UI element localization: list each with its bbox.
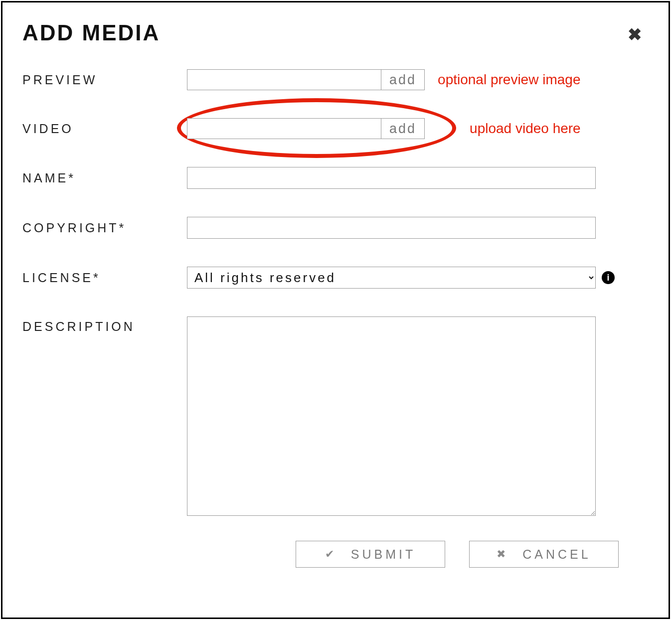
description-label: DESCRIPTION (22, 316, 187, 334)
video-file-combo: add (187, 118, 425, 139)
x-icon: ✖ (497, 548, 508, 561)
license-row: LICENSE* All rights reserved i (22, 267, 649, 289)
preview-file-combo: add (187, 69, 425, 90)
add-media-modal: ADD MEDIA ✖ PREVIEW add optional preview… (1, 1, 670, 619)
preview-row: PREVIEW add optional preview image (22, 69, 649, 90)
form-body: PREVIEW add optional preview image VIDEO… (22, 69, 649, 568)
copyright-label: COPYRIGHT* (22, 221, 187, 235)
copyright-input[interactable] (187, 217, 596, 239)
description-row: DESCRIPTION (22, 316, 649, 516)
preview-input[interactable] (187, 69, 381, 90)
name-row: NAME* (22, 167, 649, 189)
modal-title: ADD MEDIA (22, 20, 649, 45)
preview-label: PREVIEW (22, 73, 187, 87)
close-icon[interactable]: ✖ (628, 24, 642, 44)
cancel-button[interactable]: ✖ CANCEL (469, 541, 619, 568)
check-icon: ✔ (325, 548, 337, 561)
modal-buttons: ✔ SUBMIT ✖ CANCEL (22, 541, 649, 568)
license-select[interactable]: All rights reserved (187, 267, 596, 289)
preview-annotation: optional preview image (438, 72, 580, 88)
info-icon[interactable]: i (602, 271, 615, 284)
video-row: VIDEO add upload video here (22, 118, 649, 139)
description-textarea[interactable] (187, 316, 596, 516)
video-input[interactable] (187, 118, 381, 139)
cancel-label: CANCEL (522, 547, 591, 562)
submit-label: SUBMIT (351, 547, 416, 562)
video-add-button[interactable]: add (381, 118, 425, 139)
video-label: VIDEO (22, 122, 187, 136)
name-input[interactable] (187, 167, 596, 189)
name-label: NAME* (22, 171, 187, 185)
license-label: LICENSE* (22, 271, 187, 285)
copyright-row: COPYRIGHT* (22, 217, 649, 239)
preview-add-button[interactable]: add (381, 69, 425, 90)
video-annotation: upload video here (470, 121, 581, 137)
submit-button[interactable]: ✔ SUBMIT (296, 541, 445, 568)
